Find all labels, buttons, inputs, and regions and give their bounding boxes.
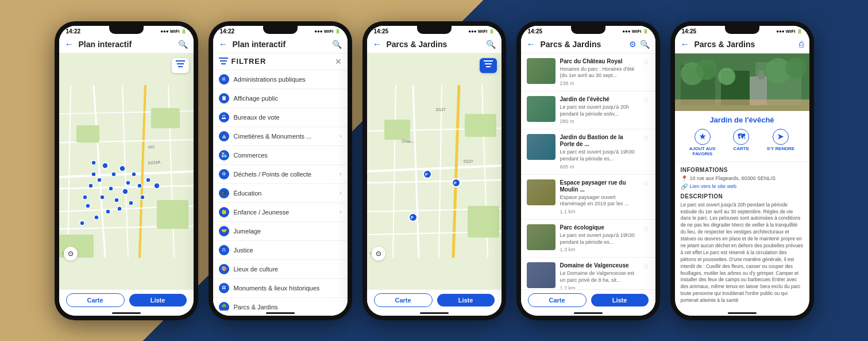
star-4[interactable]: ☆ xyxy=(643,224,650,232)
back-btn-1[interactable]: ← xyxy=(65,39,74,49)
home-bar-1 xyxy=(112,312,141,314)
list-item-3[interactable]: Espace paysager rue du Moulin ... Espace… xyxy=(521,175,655,220)
back-btn-4[interactable]: ← xyxy=(527,39,536,49)
time-2: 14:22 xyxy=(220,28,235,35)
action-carte[interactable]: 🗺 CARTE xyxy=(733,129,749,157)
filter-fab-3[interactable] xyxy=(480,58,497,73)
action-favoris[interactable]: ★ AJOUT AUXFAVORIS xyxy=(689,129,716,157)
header-4: ← Parcs & Jardins ⚙ 🔍 xyxy=(521,36,655,53)
gps-btn-3[interactable]: ⊙ xyxy=(372,247,385,260)
star-3[interactable]: ☆ xyxy=(643,179,650,187)
filter-fab-1[interactable] xyxy=(172,58,189,73)
list-dist-3: 1.1 km xyxy=(560,209,639,214)
screen-4: 14:25 ●●● WiFi 🔋 ← Parcs & Jardins ⚙ 🔍 P… xyxy=(521,26,655,316)
signal-1: ●●● xyxy=(160,29,169,34)
filter-item-6[interactable]: 🎓 Éducation › xyxy=(213,184,348,203)
home-indicator-5 xyxy=(675,311,809,316)
title-5: Parcs & Jardins xyxy=(695,40,796,49)
filter-label-10: Lieux de culture xyxy=(234,266,342,273)
thumb-1 xyxy=(527,96,555,122)
filter-item-0[interactable]: ⊞ Administrations publiques xyxy=(213,70,348,89)
star-2[interactable]: ☆ xyxy=(643,134,650,142)
search-icon-2[interactable]: 🔍 xyxy=(332,40,342,49)
filter-item-7[interactable]: 👶 Enfance / Jeunesse › xyxy=(213,203,348,222)
share-icon-5[interactable]: ⎙ xyxy=(799,40,804,49)
svg-rect-48 xyxy=(221,63,226,64)
svg-point-20 xyxy=(88,183,93,188)
search-icon-4[interactable]: 🔍 xyxy=(640,40,650,49)
svg-rect-62 xyxy=(468,206,499,237)
list-item-0[interactable]: Parc du Château Royal Horaires du parc :… xyxy=(521,53,655,91)
svg-rect-75 xyxy=(486,66,491,67)
detail-title-5: Jardin de l'évêché xyxy=(675,111,809,127)
filter-label-12: Parcs & Jardins xyxy=(234,304,342,311)
filter-item-1[interactable]: 📋 Affichage public xyxy=(213,89,348,108)
status-icons-1: ●●● WiFi 🔋 xyxy=(160,29,186,34)
filter-item-4[interactable]: 🏪 Commerces xyxy=(213,146,348,165)
detail-body-5: INFORMATIONS 📍 10 rue aux Flageards, 603… xyxy=(675,162,809,311)
home-bar-4 xyxy=(574,312,603,314)
filter-icon-4h[interactable]: ⚙ xyxy=(629,40,636,49)
list-item-1[interactable]: Jardin de l'évêché Le parc est ouvert ju… xyxy=(521,91,655,129)
filter-item-9[interactable]: ⚖ Justice xyxy=(213,241,348,260)
filter-label-6: Éducation xyxy=(234,190,335,197)
list-dist-2: 605 m xyxy=(560,164,639,170)
filter-item-12[interactable]: 🌳 Parcs & Jardins xyxy=(213,298,348,311)
back-btn-5[interactable]: ← xyxy=(681,39,690,49)
phone-1: 14:22 ●●● WiFi 🔋 ← Plan interactif 🔍 xyxy=(55,21,198,320)
filter-item-8[interactable]: 🤝 Jumelage xyxy=(213,222,348,241)
list-dist-5: 1.2 km xyxy=(560,285,639,289)
filter-icon-1: 📋 xyxy=(219,93,229,104)
back-btn-3[interactable]: ← xyxy=(373,39,382,49)
bottom-bar-3: Carte Liste xyxy=(367,289,501,311)
address-row: 📍 10 rue aux Flageards, 60300 SENLIS xyxy=(681,175,804,182)
sy-rendre-icon: ➤ xyxy=(773,129,789,145)
website-text[interactable]: Lien vers le site web xyxy=(690,183,737,189)
search-icon-3[interactable]: 🔍 xyxy=(486,40,496,49)
action-sy-rendre[interactable]: ➤ S'Y RENDRE xyxy=(767,129,794,157)
svg-point-23 xyxy=(91,172,96,177)
list-desc-4: Le parc est ouvert jusqu'à 19h30 pendant… xyxy=(560,232,639,246)
carte-btn-3[interactable]: Carte xyxy=(374,293,433,307)
carte-btn-1[interactable]: Carte xyxy=(66,293,125,307)
filter-close-btn[interactable]: ✕ xyxy=(335,57,342,66)
notch-3 xyxy=(417,26,452,34)
signal-2: ●●● xyxy=(314,29,323,34)
star-5[interactable]: ☆ xyxy=(643,262,650,270)
list-item-4[interactable]: Parc écologique Le parc est ouvert jusqu… xyxy=(521,220,655,258)
search-icon-1[interactable]: 🔍 xyxy=(178,40,188,49)
liste-btn-3[interactable]: Liste xyxy=(437,294,495,306)
carte-btn-4[interactable]: Carte xyxy=(528,293,587,307)
filter-item-11[interactable]: 🏛 Monuments & lieux historiques xyxy=(213,279,348,298)
star-1[interactable]: ☆ xyxy=(643,96,650,104)
svg-point-32 xyxy=(94,215,99,220)
phone-5: 14:25 ●●● WiFi 🔋 ← Parcs & Jardins ⎙ xyxy=(670,21,814,320)
signal-5: ●●● xyxy=(776,29,785,34)
home-indicator-3 xyxy=(367,311,501,316)
map-area-3[interactable]: D127 D127 Chau... P P P Google ⊙ xyxy=(367,53,501,289)
title-1: Plan interactif xyxy=(79,40,175,49)
star-0[interactable]: ☆ xyxy=(643,58,650,66)
title-3: Parcs & Jardins xyxy=(387,40,483,49)
back-btn-2[interactable]: ← xyxy=(219,39,228,49)
list-item-5[interactable]: Domaine de Valgenceuse Le Domaine de Val… xyxy=(521,258,655,289)
filter-label-1: Affichage public xyxy=(234,95,342,102)
liste-btn-1[interactable]: Liste xyxy=(129,294,187,306)
svg-rect-44 xyxy=(177,63,184,64)
filter-item-3[interactable]: ⛪ Cimetières & Monuments ... › xyxy=(213,127,348,146)
website-row[interactable]: 🔗 Lien vers le site web xyxy=(681,183,804,190)
filter-item-10[interactable]: 🎨 Lieux de culture xyxy=(213,260,348,279)
list-item-2[interactable]: Jardin du Bastion de la Porte de ... Le … xyxy=(521,129,655,174)
svg-text:Chau...: Chau... xyxy=(402,139,415,143)
filter-item-5[interactable]: ♻ Déchets / Points de collecte › xyxy=(213,165,348,184)
filter-item-2[interactable]: 🗳 Bureaux de vote xyxy=(213,108,348,127)
list-info-2: Jardin du Bastion de la Porte de ... Le … xyxy=(560,134,639,169)
liste-btn-4[interactable]: Liste xyxy=(591,294,649,306)
wifi-5: WiFi xyxy=(786,29,796,34)
map-area-1[interactable]: D223A D92 Google ⊙ xyxy=(59,53,194,289)
svg-point-27 xyxy=(122,189,128,194)
desc-text-5: Le parc est ouvert jusqu'à 20h pendant l… xyxy=(681,202,804,304)
svg-point-19 xyxy=(119,166,125,171)
gps-btn-1[interactable]: ⊙ xyxy=(64,247,78,260)
filter-label-9: Justice xyxy=(234,247,342,254)
